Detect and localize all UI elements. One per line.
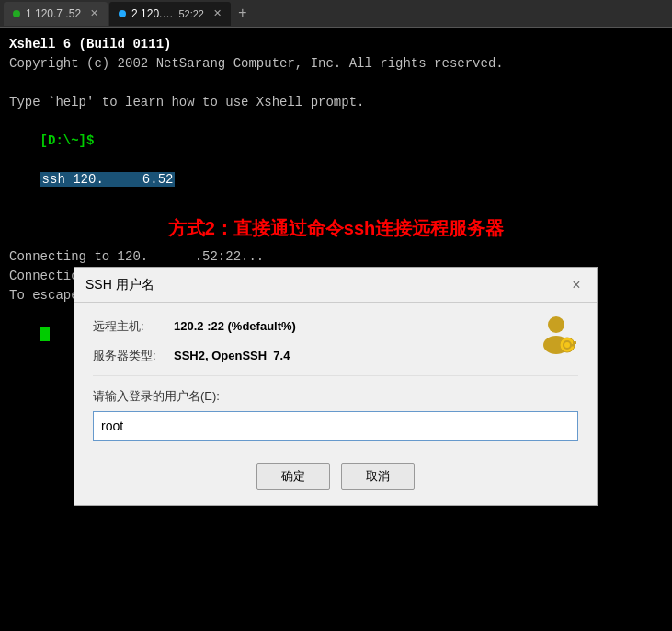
- terminal-line2: Copyright (c) 2002 NetSarang Computer, I…: [9, 54, 663, 74]
- dialog-host-label: 远程主机:: [93, 317, 166, 336]
- username-input[interactable]: [93, 411, 578, 441]
- tab2-time: 52:22: [178, 8, 204, 19]
- terminal-prompt-line: [D:\~]$ ssh 120. 6.52: [9, 112, 663, 209]
- terminal-cursor: [40, 327, 50, 341]
- terminal-prompt: [D:\~]$: [40, 133, 95, 148]
- terminal-annotation: 方式2：直接通过命令ssh连接远程服务器: [9, 214, 663, 242]
- dialog-buttons-area: 确定 取消: [74, 452, 597, 505]
- terminal-line4: Type `help' to learn how to use Xshell p…: [9, 93, 663, 112]
- dialog-close-button[interactable]: ×: [567, 276, 586, 294]
- ssh-dialog: SSH 用户名 × 远程主机:: [74, 267, 598, 506]
- tab2-close[interactable]: ✕: [213, 8, 222, 18]
- dialog-host-value: 120.2 :22 (%default%): [174, 317, 296, 336]
- terminal-conn1: Connecting to 120. .52:22...: [9, 247, 663, 267]
- tab-bar: 1 120.7 .52 ✕ 2 120.… 52:22 ✕ +: [0, 0, 672, 28]
- dialog-row-server-type: 服务器类型: SSH2, OpenSSH_7.4: [93, 347, 578, 365]
- terminal-command: ssh 120. 6.52: [40, 172, 176, 187]
- terminal-area: Xshell 6 (Build 0111) Copyright (c) 2002…: [0, 28, 672, 631]
- dialog-ok-button[interactable]: 确定: [256, 463, 330, 490]
- tab2-label: 2 120.…: [131, 7, 173, 20]
- terminal-line1: Xshell 6 (Build 0111): [9, 35, 663, 54]
- dialog-title: SSH 用户名: [85, 275, 154, 294]
- svg-rect-5: [573, 341, 575, 344]
- svg-rect-6: [575, 341, 576, 344]
- dialog-row-host: 远程主机: 120.2 :22 (%default%): [93, 317, 578, 336]
- tab-1[interactable]: 1 120.7 .52 ✕: [4, 2, 108, 26]
- user-keys-icon: [534, 312, 578, 356]
- dialog-input-label: 请输入登录的用户名(E):: [93, 387, 578, 406]
- tab1-label: 1 120.7 .52: [26, 7, 81, 20]
- dialog-titlebar: SSH 用户名 ×: [74, 268, 597, 303]
- tab2-dot: [119, 10, 126, 17]
- dialog-divider: [93, 375, 578, 376]
- dialog-servertype-value: SSH2, OpenSSH_7.4: [174, 347, 290, 365]
- svg-point-0: [548, 316, 564, 333]
- dialog-cancel-button[interactable]: 取消: [341, 463, 415, 490]
- tab1-close[interactable]: ✕: [90, 8, 98, 18]
- tab1-dot: [13, 10, 20, 17]
- add-tab-button[interactable]: +: [233, 6, 253, 22]
- tab-2[interactable]: 2 120.… 52:22 ✕: [109, 2, 231, 26]
- terminal-line3: [9, 74, 663, 93]
- dialog-servertype-label: 服务器类型:: [93, 347, 166, 365]
- svg-rect-4: [570, 344, 575, 347]
- user-icon-area: [534, 312, 578, 361]
